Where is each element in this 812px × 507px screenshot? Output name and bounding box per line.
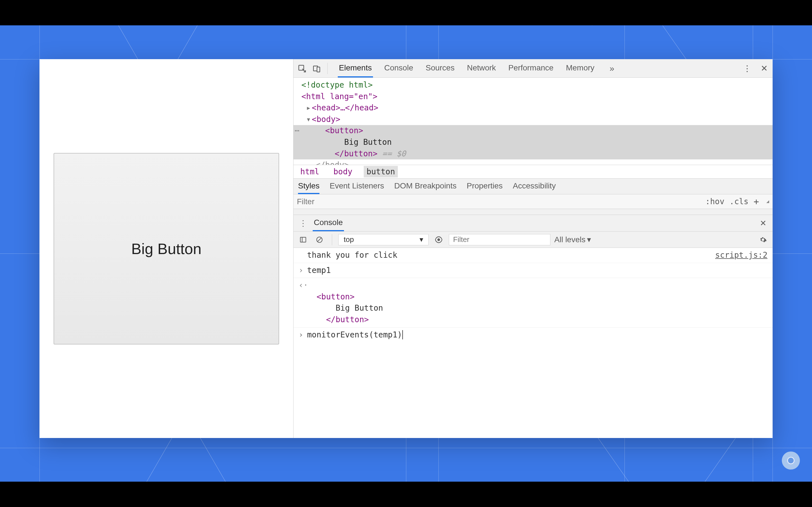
dom-button-open: <button> <box>325 126 363 135</box>
out-button-text: Big Button <box>336 303 383 313</box>
console-drawer-tab[interactable]: Console <box>313 215 344 231</box>
crumb-button[interactable]: button <box>364 166 398 177</box>
add-rule-icon[interactable]: + <box>754 196 759 207</box>
expand-icon[interactable]: ▸ <box>306 102 312 114</box>
console-output[interactable]: thank you for click script.js:2 › temp1 … <box>294 248 772 438</box>
more-tabs-icon[interactable]: » <box>606 62 618 75</box>
context-value: top <box>344 235 354 244</box>
svg-point-10 <box>788 458 794 463</box>
levels-label: All levels <box>554 235 585 244</box>
hov-toggle[interactable]: :hov <box>705 197 724 206</box>
chevron-down-icon: ▾ <box>419 235 423 244</box>
tab-console[interactable]: Console <box>383 59 414 77</box>
slide-background: Big Button Elements Console Sources Netw… <box>0 25 812 482</box>
console-input-value: monitorEvents(temp1) <box>307 330 402 339</box>
big-button-label: Big Button <box>131 240 201 258</box>
crumb-body[interactable]: body <box>331 166 355 177</box>
styles-filter-input[interactable] <box>297 197 705 206</box>
inspect-icon[interactable] <box>296 62 308 75</box>
styles-tabs: Styles Event Listeners DOM Breakpoints P… <box>294 179 772 194</box>
resize-corner-icon[interactable] <box>766 200 769 203</box>
text-cursor: ​ <box>402 330 403 339</box>
prompt-icon: › <box>299 329 307 341</box>
tab-network[interactable]: Network <box>466 59 497 77</box>
subtab-accessibility[interactable]: Accessibility <box>513 179 556 194</box>
subtab-dom-breakpoints[interactable]: DOM Breakpoints <box>394 179 456 194</box>
dom-button-close: </button> <box>335 149 377 158</box>
console-prompt-row[interactable]: › monitorEvents(temp1)​ <box>294 328 772 342</box>
console-filter-input[interactable] <box>449 234 550 245</box>
dom-body-open: <body> <box>312 115 340 124</box>
ellipsis-icon: ⋯ <box>295 125 299 136</box>
return-arrow-icon: ‹· <box>299 280 307 325</box>
devtools-panel: Elements Console Sources Network Perform… <box>293 59 772 438</box>
chrome-logo-icon <box>781 451 801 470</box>
subtab-styles[interactable]: Styles <box>298 179 319 194</box>
kebab-menu-icon[interactable]: ⋮ <box>297 217 309 229</box>
letterbox-bottom <box>0 482 812 507</box>
styles-filter-row: :hov .cls + <box>294 194 772 209</box>
subtab-event-listeners[interactable]: Event Listeners <box>329 179 384 194</box>
dom-html-open: <html lang="en"> <box>301 92 377 101</box>
dom-head: <head>…</head> <box>312 103 378 112</box>
console-drawer-header: ⋮ Console ✕ <box>294 215 772 231</box>
separator <box>332 234 332 245</box>
dom-button-text: Big Button <box>344 137 392 147</box>
letterbox-top <box>0 0 812 25</box>
out-button-open: <button> <box>317 292 355 301</box>
chevron-down-icon: ▾ <box>587 235 591 244</box>
dom-tree[interactable]: <!doctype html> <html lang="en"> ▸<head>… <box>294 78 772 165</box>
dom-doctype: <!doctype html> <box>301 80 373 90</box>
tab-performance[interactable]: Performance <box>507 59 555 77</box>
kebab-menu-icon[interactable]: ⋮ <box>741 62 753 75</box>
cls-toggle[interactable]: .cls <box>729 197 748 206</box>
console-input-row: › temp1 <box>294 263 772 278</box>
devtools-top-right: ⋮ ✕ <box>741 62 770 75</box>
subtab-properties[interactable]: Properties <box>467 179 503 194</box>
gear-icon[interactable] <box>757 233 769 246</box>
svg-point-7 <box>437 238 440 241</box>
svg-rect-3 <box>300 237 306 242</box>
out-button-close: </button> <box>326 315 369 324</box>
chevron-right-icon: › <box>299 265 307 276</box>
console-return-row: ‹· <button> Big Button </button> <box>294 278 772 327</box>
dom-body-close: </body> <box>316 160 349 165</box>
tab-sources[interactable]: Sources <box>424 59 456 77</box>
log-message: thank you for click <box>307 249 715 261</box>
console-sidebar-toggle-icon[interactable] <box>297 233 309 246</box>
crumb-html[interactable]: html <box>297 166 322 177</box>
console-log-row: thank you for click script.js:2 <box>294 248 772 263</box>
page-preview-pane: Big Button <box>40 59 293 438</box>
log-levels-selector[interactable]: All levels ▾ <box>554 235 591 244</box>
console-input-text: temp1 <box>307 265 767 276</box>
tab-memory[interactable]: Memory <box>565 59 596 77</box>
context-selector[interactable]: top ▾ <box>338 234 428 245</box>
collapse-icon[interactable]: ▾ <box>306 114 312 125</box>
live-expression-icon[interactable] <box>433 233 445 246</box>
big-button[interactable]: Big Button <box>54 153 279 344</box>
device-toggle-icon[interactable] <box>310 62 323 75</box>
clear-console-icon[interactable] <box>313 233 326 246</box>
devtools-toolbar: Elements Console Sources Network Perform… <box>294 59 772 78</box>
devtools-tabs: Elements Console Sources Network Perform… <box>338 59 618 77</box>
dom-selected-node[interactable]: ⋯ <button> Big Button </button> == $0 <box>294 125 772 159</box>
close-icon[interactable]: ✕ <box>757 217 769 229</box>
svg-line-6 <box>318 238 321 241</box>
console-toolbar: top ▾ All levels ▾ <box>294 231 772 248</box>
dom-eq0: == $0 <box>377 149 406 158</box>
tab-elements[interactable]: Elements <box>338 59 373 77</box>
svg-rect-2 <box>317 67 320 72</box>
close-icon[interactable]: ✕ <box>758 62 770 75</box>
dom-breadcrumb: html body button <box>294 165 772 179</box>
browser-devtools-window: Big Button Elements Console Sources Netw… <box>40 59 772 438</box>
log-source-link[interactable]: script.js:2 <box>715 249 767 261</box>
